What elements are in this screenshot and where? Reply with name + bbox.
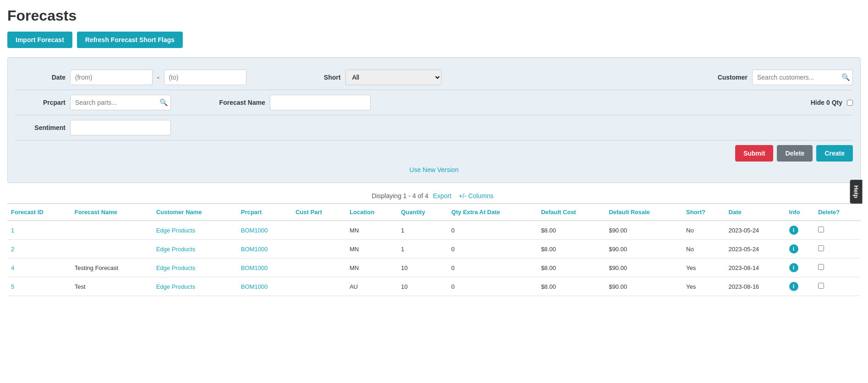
col-date[interactable]: Date bbox=[725, 204, 786, 221]
info-icon[interactable]: i bbox=[789, 226, 798, 235]
cell-cust-part bbox=[292, 277, 346, 296]
cell-customer-name: Edge Products bbox=[153, 259, 237, 277]
short-select[interactable]: All Yes No bbox=[345, 70, 442, 85]
col-prcpart[interactable]: Prcpart bbox=[237, 204, 292, 221]
customer-name-link[interactable]: Edge Products bbox=[156, 283, 195, 290]
col-forecast-id[interactable]: Forecast ID bbox=[7, 204, 71, 221]
submit-button[interactable]: Submit bbox=[735, 145, 773, 162]
col-short[interactable]: Short? bbox=[682, 204, 725, 221]
export-link[interactable]: Export bbox=[433, 192, 451, 200]
cell-date: 2023-08-14 bbox=[725, 259, 786, 277]
table-row: 4 Testing Forecast Edge Products BOM1000… bbox=[7, 259, 861, 277]
forecast-id-link[interactable]: 2 bbox=[11, 246, 14, 253]
col-delete[interactable]: Delete? bbox=[814, 204, 861, 221]
cell-short: No bbox=[682, 221, 725, 240]
cell-qty-extra: 0 bbox=[448, 240, 537, 259]
cell-quantity: 10 bbox=[397, 259, 448, 277]
col-cust-part[interactable]: Cust Part bbox=[292, 204, 346, 221]
prcpart-search-input[interactable] bbox=[70, 95, 171, 110]
create-button[interactable]: Create bbox=[816, 145, 853, 162]
customer-label: Customer bbox=[697, 74, 748, 81]
columns-link[interactable]: +/- Columns bbox=[459, 192, 494, 200]
filter-row-3: Sentiment bbox=[15, 115, 853, 140]
delete-checkbox[interactable] bbox=[818, 283, 824, 289]
cell-default-resale: $90.00 bbox=[605, 277, 682, 296]
refresh-forecast-button[interactable]: Refresh Forecast Short Flags bbox=[77, 32, 183, 48]
col-info[interactable]: Info bbox=[786, 204, 815, 221]
forecast-id-link[interactable]: 4 bbox=[11, 264, 14, 271]
cell-default-resale: $90.00 bbox=[605, 221, 682, 240]
filter-actions: Submit Delete Create bbox=[15, 140, 853, 162]
cell-forecast-id: 4 bbox=[7, 259, 71, 277]
cell-default-cost: $8.00 bbox=[537, 277, 605, 296]
cell-customer-name: Edge Products bbox=[153, 277, 237, 296]
cell-location: AU bbox=[346, 277, 397, 296]
cell-info: i bbox=[786, 259, 815, 277]
delete-checkbox[interactable] bbox=[818, 264, 824, 270]
cell-info: i bbox=[786, 240, 815, 259]
col-quantity[interactable]: Quantity bbox=[397, 204, 448, 221]
col-location[interactable]: Location bbox=[346, 204, 397, 221]
table-header-row: Forecast ID Forecast Name Customer Name … bbox=[7, 204, 861, 221]
cell-short: Yes bbox=[682, 277, 725, 296]
hide-qty-checkbox[interactable] bbox=[847, 100, 853, 106]
info-icon[interactable]: i bbox=[789, 282, 798, 291]
filter-panel: Date - Short All Yes No Customer 🔍 Prcpa… bbox=[7, 57, 861, 183]
cell-default-resale: $90.00 bbox=[605, 240, 682, 259]
prcpart-label: Prcpart bbox=[15, 99, 66, 106]
cell-delete bbox=[814, 259, 861, 277]
cell-customer-name: Edge Products bbox=[153, 221, 237, 240]
sentiment-input[interactable] bbox=[70, 120, 171, 135]
cell-forecast-name bbox=[71, 240, 153, 259]
filter-row-2: Prcpart 🔍 Forecast Name Hide 0 Qty bbox=[15, 90, 853, 115]
use-new-version-section: Use New Version bbox=[15, 162, 853, 175]
page-title: Forecasts bbox=[7, 7, 861, 24]
cell-location: MN bbox=[346, 240, 397, 259]
cell-prcpart: BOM1000 bbox=[237, 277, 292, 296]
customer-name-link[interactable]: Edge Products bbox=[156, 246, 195, 253]
import-forecast-button[interactable]: Import Forecast bbox=[7, 32, 72, 48]
cell-forecast-name: Test bbox=[71, 277, 153, 296]
forecast-name-input[interactable] bbox=[270, 95, 371, 110]
use-new-version-link[interactable]: Use New Version bbox=[409, 166, 459, 173]
cell-info: i bbox=[786, 221, 815, 240]
customer-search-input[interactable] bbox=[752, 70, 853, 85]
delete-checkbox[interactable] bbox=[818, 227, 824, 232]
info-icon[interactable]: i bbox=[789, 263, 798, 272]
cell-default-cost: $8.00 bbox=[537, 259, 605, 277]
prcpart-link[interactable]: BOM1000 bbox=[241, 283, 268, 290]
col-qty-extra[interactable]: Qty Extra At Date bbox=[448, 204, 537, 221]
info-icon[interactable]: i bbox=[789, 244, 798, 254]
forecast-id-link[interactable]: 1 bbox=[11, 227, 14, 234]
col-default-cost[interactable]: Default Cost bbox=[537, 204, 605, 221]
cell-delete bbox=[814, 277, 861, 296]
cell-prcpart: BOM1000 bbox=[237, 221, 292, 240]
delete-button[interactable]: Delete bbox=[777, 145, 813, 162]
prcpart-link[interactable]: BOM1000 bbox=[241, 246, 268, 253]
prcpart-search-icon[interactable]: 🔍 bbox=[159, 98, 168, 107]
prcpart-link[interactable]: BOM1000 bbox=[241, 264, 268, 271]
display-count: Displaying 1 - 4 of 4 bbox=[372, 192, 429, 200]
customer-search-icon[interactable]: 🔍 bbox=[841, 73, 850, 81]
forecast-id-link[interactable]: 5 bbox=[11, 283, 14, 290]
customer-filter-group: Customer 🔍 bbox=[697, 70, 853, 85]
customer-name-link[interactable]: Edge Products bbox=[156, 227, 195, 234]
cell-forecast-id: 2 bbox=[7, 240, 71, 259]
prcpart-link[interactable]: BOM1000 bbox=[241, 227, 268, 234]
cell-forecast-id: 1 bbox=[7, 221, 71, 240]
date-from-input[interactable] bbox=[70, 70, 153, 85]
table-row: 5 Test Edge Products BOM1000 AU 10 0 $8.… bbox=[7, 277, 861, 296]
cell-date: 2023-05-24 bbox=[725, 221, 786, 240]
help-tab[interactable]: Help bbox=[850, 179, 862, 203]
customer-name-link[interactable]: Edge Products bbox=[156, 264, 195, 271]
cell-default-cost: $8.00 bbox=[537, 221, 605, 240]
delete-checkbox[interactable] bbox=[818, 245, 824, 251]
cell-default-resale: $90.00 bbox=[605, 259, 682, 277]
cell-quantity: 1 bbox=[397, 221, 448, 240]
date-to-input[interactable] bbox=[164, 70, 246, 85]
col-default-resale[interactable]: Default Resale bbox=[605, 204, 682, 221]
col-forecast-name[interactable]: Forecast Name bbox=[71, 204, 153, 221]
prcpart-search-wrap: 🔍 bbox=[70, 95, 171, 110]
col-customer-name[interactable]: Customer Name bbox=[153, 204, 237, 221]
cell-forecast-name bbox=[71, 221, 153, 240]
